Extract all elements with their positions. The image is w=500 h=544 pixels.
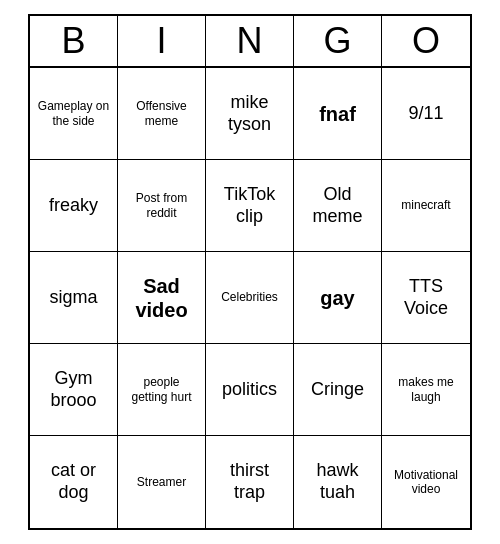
bingo-cell: Post from reddit	[118, 160, 206, 252]
bingo-cell: TikTok clip	[206, 160, 294, 252]
bingo-cell: minecraft	[382, 160, 470, 252]
bingo-cell: thirst trap	[206, 436, 294, 528]
bingo-cell: Cringe	[294, 344, 382, 436]
bingo-cell: makes me laugh	[382, 344, 470, 436]
header-letter: B	[30, 16, 118, 66]
bingo-cell: sigma	[30, 252, 118, 344]
bingo-grid: Gameplay on the sideOffensive mememike t…	[30, 68, 470, 528]
bingo-cell: Gameplay on the side	[30, 68, 118, 160]
bingo-cell: cat or dog	[30, 436, 118, 528]
bingo-cell: Celebrities	[206, 252, 294, 344]
bingo-cell: Motivational video	[382, 436, 470, 528]
header-letter: G	[294, 16, 382, 66]
header-letter: N	[206, 16, 294, 66]
bingo-cell: TTS Voice	[382, 252, 470, 344]
bingo-cell: freaky	[30, 160, 118, 252]
bingo-cell: politics	[206, 344, 294, 436]
bingo-cell: hawk tuah	[294, 436, 382, 528]
bingo-card: BINGO Gameplay on the sideOffensive meme…	[28, 14, 472, 530]
bingo-cell: people getting hurt	[118, 344, 206, 436]
bingo-cell: Sad video	[118, 252, 206, 344]
bingo-cell: Old meme	[294, 160, 382, 252]
header-letter: I	[118, 16, 206, 66]
bingo-cell: Offensive meme	[118, 68, 206, 160]
bingo-cell: gay	[294, 252, 382, 344]
bingo-cell: 9/11	[382, 68, 470, 160]
bingo-cell: Gym brooo	[30, 344, 118, 436]
header-letter: O	[382, 16, 470, 66]
bingo-cell: mike tyson	[206, 68, 294, 160]
bingo-cell: Streamer	[118, 436, 206, 528]
bingo-cell: fnaf	[294, 68, 382, 160]
bingo-header: BINGO	[30, 16, 470, 68]
